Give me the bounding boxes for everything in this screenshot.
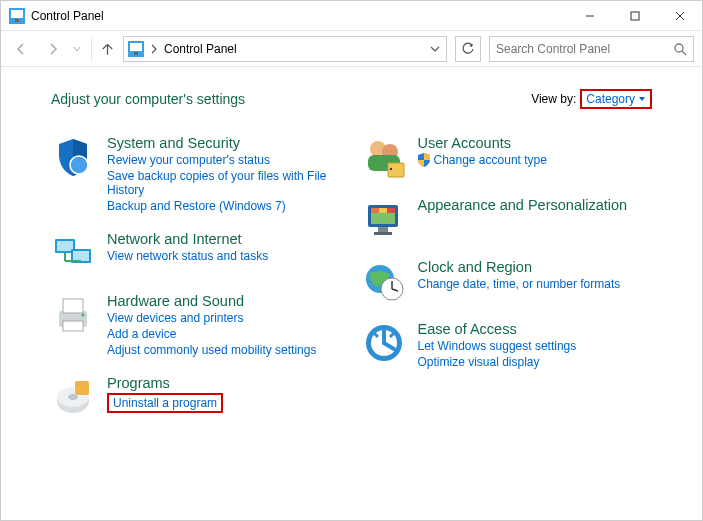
category-columns: System and Security Review your computer… xyxy=(51,135,652,437)
svg-rect-21 xyxy=(63,321,83,331)
maximize-button[interactable] xyxy=(612,1,657,30)
category-title[interactable]: Hardware and Sound xyxy=(107,293,316,309)
svg-rect-2 xyxy=(15,19,19,22)
shield-icon xyxy=(51,135,95,179)
control-panel-icon xyxy=(9,8,25,24)
category-title[interactable]: Ease of Access xyxy=(418,321,577,337)
search-input[interactable] xyxy=(496,42,673,56)
link-suggest-settings[interactable]: Let Windows suggest settings xyxy=(418,339,577,353)
link-change-account[interactable]: Change account type xyxy=(434,153,547,167)
left-column: System and Security Review your computer… xyxy=(51,135,342,437)
link-add-device[interactable]: Add a device xyxy=(107,327,316,341)
svg-rect-16 xyxy=(73,251,89,261)
close-button[interactable] xyxy=(657,1,702,30)
category-hardware: Hardware and Sound View devices and prin… xyxy=(51,293,342,357)
category-user-accounts: User Accounts Change account type xyxy=(362,135,653,179)
svg-point-10 xyxy=(675,44,683,52)
content-area: Adjust your computer's settings View by:… xyxy=(1,67,702,457)
view-by-picker[interactable]: Category xyxy=(580,89,652,109)
category-clock: Clock and Region Change date, time, or n… xyxy=(362,259,653,303)
page-title: Adjust your computer's settings xyxy=(51,91,245,107)
forward-button[interactable] xyxy=(41,37,65,61)
window-title: Control Panel xyxy=(31,9,104,23)
refresh-button[interactable] xyxy=(455,36,481,62)
address-bar[interactable]: Control Panel xyxy=(123,36,447,62)
header-row: Adjust your computer's settings View by:… xyxy=(51,89,652,109)
link-review-status[interactable]: Review your computer's status xyxy=(107,153,342,167)
svg-rect-14 xyxy=(57,241,73,251)
category-programs: Programs Uninstall a program xyxy=(51,375,342,419)
link-backup-restore[interactable]: Backup and Restore (Windows 7) xyxy=(107,199,342,213)
title-left: Control Panel xyxy=(9,8,104,24)
uac-shield-icon xyxy=(418,153,430,167)
svg-point-12 xyxy=(70,156,88,174)
address-icon xyxy=(128,41,144,57)
appearance-icon xyxy=(362,197,406,241)
link-network-status[interactable]: View network status and tasks xyxy=(107,249,268,263)
clock-globe-icon xyxy=(362,259,406,303)
dropdown-arrow-icon xyxy=(638,95,646,103)
minimize-button[interactable] xyxy=(567,1,612,30)
category-system-security: System and Security Review your computer… xyxy=(51,135,342,213)
view-by-value: Category xyxy=(586,92,635,106)
category-appearance: Appearance and Personalization xyxy=(362,197,653,241)
view-by: View by: Category xyxy=(531,89,652,109)
svg-rect-9 xyxy=(134,52,138,55)
link-date-formats[interactable]: Change date, time, or number formats xyxy=(418,277,621,291)
svg-rect-36 xyxy=(387,208,395,213)
category-title[interactable]: System and Security xyxy=(107,135,342,151)
chevron-right-icon xyxy=(150,44,158,54)
svg-rect-38 xyxy=(374,232,392,235)
link-file-history[interactable]: Save backup copies of your files with Fi… xyxy=(107,169,342,197)
programs-icon xyxy=(51,375,95,419)
category-title[interactable]: Clock and Region xyxy=(418,259,621,275)
category-ease-of-access: Ease of Access Let Windows suggest setti… xyxy=(362,321,653,369)
search-box[interactable] xyxy=(489,36,694,62)
nav-bar: Control Panel xyxy=(1,31,702,67)
link-devices-printers[interactable]: View devices and printers xyxy=(107,311,316,325)
svg-point-31 xyxy=(389,168,391,170)
right-column: User Accounts Change account type Appear… xyxy=(362,135,653,437)
link-uninstall-program[interactable]: Uninstall a program xyxy=(107,393,223,413)
category-title[interactable]: Network and Internet xyxy=(107,231,268,247)
svg-rect-34 xyxy=(371,208,379,213)
view-by-label: View by: xyxy=(531,92,576,106)
category-title[interactable]: User Accounts xyxy=(418,135,547,151)
category-title[interactable]: Programs xyxy=(107,375,223,391)
search-icon xyxy=(673,42,687,56)
link-mobility[interactable]: Adjust commonly used mobility settings xyxy=(107,343,316,357)
breadcrumb[interactable]: Control Panel xyxy=(164,42,237,56)
title-right xyxy=(567,1,702,30)
svg-rect-8 xyxy=(130,43,142,51)
svg-point-22 xyxy=(82,314,85,317)
network-icon xyxy=(51,231,95,275)
users-icon xyxy=(362,135,406,179)
svg-line-11 xyxy=(682,51,686,55)
printer-icon xyxy=(51,293,95,337)
ease-of-access-icon xyxy=(362,321,406,365)
chevron-down-icon[interactable] xyxy=(430,44,440,54)
link-optimize-visual[interactable]: Optimize visual display xyxy=(418,355,577,369)
up-button[interactable] xyxy=(91,37,115,61)
recent-dropdown-icon[interactable] xyxy=(73,45,81,53)
svg-rect-26 xyxy=(75,381,89,395)
svg-rect-35 xyxy=(379,208,387,213)
svg-rect-37 xyxy=(378,227,388,232)
svg-rect-4 xyxy=(631,12,639,20)
title-bar: Control Panel xyxy=(1,1,702,31)
category-title[interactable]: Appearance and Personalization xyxy=(418,197,628,213)
svg-rect-20 xyxy=(63,299,83,313)
back-button[interactable] xyxy=(9,37,33,61)
category-network: Network and Internet View network status… xyxy=(51,231,342,275)
svg-rect-1 xyxy=(11,10,23,18)
